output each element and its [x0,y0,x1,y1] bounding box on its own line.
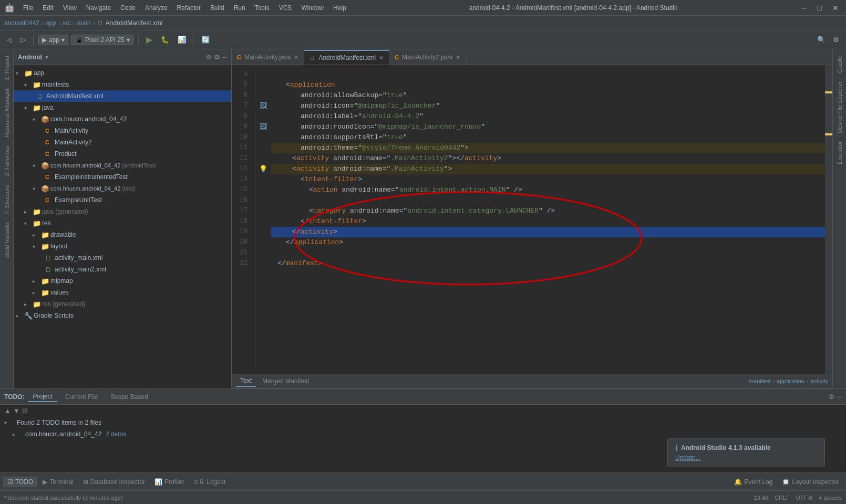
todo-expand-found[interactable]: ▾ [4,420,13,426]
menu-file[interactable]: File [21,3,35,13]
tree-item-com1[interactable]: ▾ 📦 com.hnucm.android_04_42 [14,113,231,125]
tree-item-values[interactable]: ▸ 📁 values [14,287,231,298]
todo-minimize-btn[interactable]: ─ [837,393,842,401]
breadcrumb-main[interactable]: main [77,19,91,27]
tree-item-activitymain2[interactable]: 🗋 activity_main2.xml [14,264,231,275]
menu-build[interactable]: Build [208,3,226,13]
tree-item-mipmap[interactable]: ▸ 📁 mipmap [14,275,231,287]
maximize-button[interactable]: □ [814,3,825,13]
sync-button[interactable]: 🔄 [199,34,212,45]
device-dropdown[interactable]: 📱 Pixel 2 API 25 ▾ [71,35,133,45]
menu-code[interactable]: Code [118,3,138,13]
breadcrumb-app[interactable]: app [46,19,56,27]
tab-close-androidmanifest[interactable]: ✕ [379,55,384,61]
todo-filter-btn[interactable]: ⊟ [22,407,28,415]
code-editor[interactable]: 4 5 6 7 8 9 10 11 12 13 14 15 16 17 18 1… [232,65,832,374]
tab-close-mainactivity[interactable]: ✕ [294,54,298,61]
tree-item-mainactivity2[interactable]: C MainActivity2 [14,136,231,148]
bottom-btn-database[interactable]: ⊞ Database Inspector [79,477,149,487]
menu-window[interactable]: Window [299,3,326,13]
tab-close-mainactivity2[interactable]: ✕ [456,54,460,61]
right-tab-gradle[interactable]: Gradle [833,51,846,77]
breadcrumb-activity[interactable]: activity [810,378,828,384]
bottom-btn-profiler[interactable]: 📊 Profiler [150,477,189,487]
menu-view[interactable]: View [61,3,79,13]
menu-run[interactable]: Run [232,3,247,13]
minimize-button[interactable]: ─ [799,3,810,13]
settings-btn[interactable]: ⚙ [830,34,842,45]
menu-help[interactable]: Help [331,3,348,13]
breadcrumb-filename[interactable]: AndroidManifest.xml [106,19,163,27]
menu-edit[interactable]: Edit [40,3,56,13]
tree-item-resgen[interactable]: ▸ 📁 res (generated) [14,298,231,310]
tree-item-exampleunittest[interactable]: C ExampleUnitTest [14,194,231,206]
tree-item-drawable[interactable]: ▸ 📁 drawable [14,229,231,240]
tree-item-product[interactable]: C Product [14,148,231,160]
todo-expand-com[interactable]: ▸ [13,432,21,437]
todo-tab-currentfile[interactable]: Current File [61,392,102,402]
toolbar-back-btn[interactable]: ◁ [4,34,15,45]
bottom-btn-layout-inspector[interactable]: 🔲 Layout Inspector [778,477,843,487]
menu-vcs[interactable]: VCS [277,3,294,13]
editor-tab-mainactivity2[interactable]: C MainActivity2.java ✕ [389,50,466,65]
tree-item-res[interactable]: ▾ 📁 res [14,217,231,229]
sidebar-tab-structure[interactable]: 7: Structure [1,181,13,219]
breadcrumb-android0442[interactable]: android0442 [4,19,39,27]
tree-item-java[interactable]: ▾ 📁 java [14,102,231,113]
sidebar-tab-project[interactable]: 1: Project [1,51,13,84]
close-button[interactable]: ✕ [829,3,842,13]
bottom-btn-event-log[interactable]: 🔔 Event Log [730,477,777,487]
todo-up-btn[interactable]: ▲ [4,407,11,415]
tree-item-layout[interactable]: ▾ 📁 layout [14,240,231,252]
search-everywhere-btn[interactable]: 🔍 [814,34,828,45]
toast-update-link[interactable]: Update... [675,454,701,461]
status-line-ending[interactable]: CRLF [775,495,790,501]
right-tab-emulator[interactable]: Emulator [833,137,846,169]
todo-tab-project[interactable]: Project [28,392,56,402]
project-panel-dropdown-arrow[interactable]: ▾ [45,54,48,61]
right-tab-device-file-explorer[interactable]: Device File Explorer [833,77,846,137]
tree-item-activitymain[interactable]: 🗋 activity_main.xml [14,252,231,264]
editor-tab-mainactivity[interactable]: C MainActivity.java ✕ [232,50,304,65]
todo-down-btn[interactable]: ▼ [13,407,20,415]
status-indent[interactable]: 4 spaces [819,495,842,501]
bottom-btn-terminal[interactable]: ▶ Terminal [38,477,77,487]
panel-action-gear[interactable]: ⚙ [214,53,220,61]
status-charset[interactable]: UTF-8 [796,495,812,501]
tree-item-com2[interactable]: ▾ 📦 com.hnucm.android_04_42 (androidTest… [14,160,231,171]
view-tab-merged[interactable]: Merged Manifest [258,376,313,386]
tree-item-exampleinstrumentedtest[interactable]: C ExampleInstrumentedTest [14,171,231,183]
bottom-btn-logcat[interactable]: ≡ 6: Logcat [190,477,230,487]
tree-item-manifests[interactable]: ▾ 📁 manifests [14,79,231,90]
run-button[interactable]: ▶ [143,33,155,46]
breadcrumb-application[interactable]: application [777,378,804,384]
sidebar-tab-build-variants[interactable]: Build Variants [1,218,13,262]
tree-item-javagen[interactable]: ▸ 📁 java (generated) [14,206,231,217]
editor-tab-androidmanifest[interactable]: 🗋 AndroidManifest.xml ✕ [304,50,389,65]
profile-button[interactable]: 📊 [175,34,189,45]
breadcrumb-manifest[interactable]: manifest [749,378,771,384]
view-tab-text[interactable]: Text [236,375,256,387]
tree-item-app[interactable]: ▾ 📁 app [14,67,231,79]
tree-item-gradle[interactable]: ▸ 🔧 Gradle Scripts [14,310,231,321]
toolbar-forward-btn[interactable]: ▷ [18,34,28,45]
menu-navigate[interactable]: Navigate [84,3,113,13]
todo-tab-scopebased[interactable]: Scope Based [107,392,152,402]
sidebar-tab-resource[interactable]: Resource Manager [1,84,13,142]
tree-item-com3[interactable]: ▾ 📦 com.hnucm.android_04_42 (test) [14,183,231,194]
panel-action-locate[interactable]: ⊕ [206,53,212,61]
bottom-btn-todo[interactable]: ☑ TODO [3,477,37,487]
menu-refactor[interactable]: Refactor [175,3,203,13]
menu-analyze[interactable]: Analyze [143,3,170,13]
breadcrumb-src[interactable]: src [63,19,71,27]
debug-button[interactable]: 🐛 [158,34,172,45]
todo-settings-btn[interactable]: ⚙ [829,393,835,401]
panel-action-minimize[interactable]: ─ [222,53,227,61]
editor-scrollbar[interactable] [825,65,832,374]
app-config-dropdown[interactable]: ▶ app ▾ [38,35,68,45]
tree-item-mainactivity[interactable]: C MainActivity [14,125,231,136]
sidebar-tab-favorites[interactable]: 2: Favorites [1,142,13,180]
menu-tools[interactable]: Tools [253,3,272,13]
code-content[interactable]: <application android:allowBackup="true" … [271,65,825,374]
tree-item-androidmanifest[interactable]: 🗋 AndroidManifest.xml ◀ [14,90,231,102]
